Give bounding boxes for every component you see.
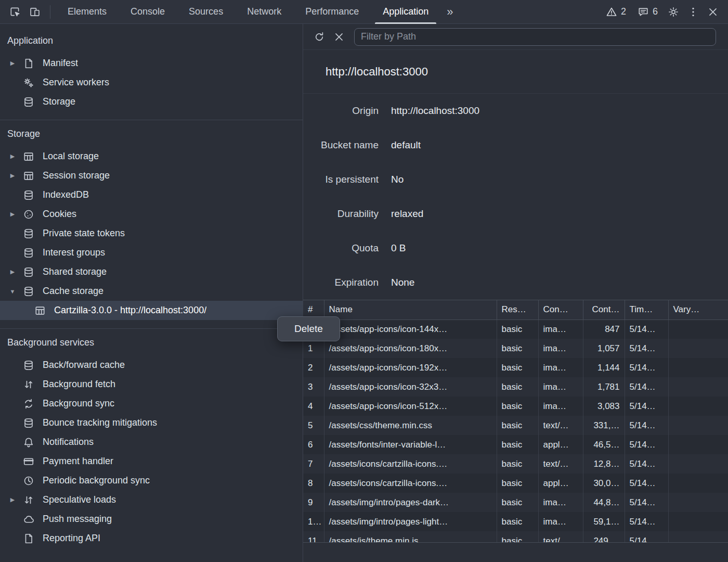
cache-entry-row[interactable]: 4/assets/app-icons/icon-512x…basicima…3,… — [303, 397, 728, 416]
close-icon — [707, 6, 719, 18]
cell-res: basic — [497, 531, 538, 542]
cell-size: 44,8… — [583, 493, 625, 512]
sidebar-item-periodic-background-sync[interactable]: Periodic background sync — [0, 471, 303, 490]
sidebar-item-interest-groups[interactable]: Interest groups — [0, 243, 303, 262]
application-sidebar: Application▶ManifestService workersStora… — [0, 24, 303, 562]
sidebar-item-back-forward-cache[interactable]: Back/forward cache — [0, 355, 303, 375]
cell-time: 5/14… — [625, 512, 668, 531]
inspect-element-button[interactable] — [5, 2, 25, 22]
cell-num: 5 — [303, 416, 324, 435]
sidebar-item-bounce-tracking-mitigations[interactable]: Bounce tracking mitigations — [0, 413, 303, 432]
cell-con: text/… — [538, 416, 583, 435]
metadata-row-bucket-name: Bucket namedefault — [303, 128, 728, 162]
sidebar-item-local-storage[interactable]: ▶Local storage — [0, 147, 303, 166]
warnings-badge[interactable]: 2 — [600, 6, 632, 18]
metadata-label: Quota — [303, 242, 379, 254]
filter-by-path-input[interactable] — [354, 28, 716, 46]
sidebar-section-application: Application▶ManifestService workersStora… — [0, 27, 303, 120]
expander-closed-icon[interactable]: ▶ — [6, 496, 19, 503]
tab-elements[interactable]: Elements — [56, 0, 119, 24]
cell-con: appl… — [538, 474, 583, 493]
sidebar-item-private-state-tokens[interactable]: Private state tokens — [0, 224, 303, 243]
cache-entry-row[interactable]: 6/assets/fonts/inter-variable-l…basicapp… — [303, 435, 728, 454]
delete-selected-button[interactable] — [329, 27, 349, 47]
section-title: Background services — [0, 331, 303, 355]
expander-open-icon[interactable]: ▼ — [6, 288, 19, 295]
device-toolbar-button[interactable] — [25, 2, 45, 22]
cell-time: 5/14… — [625, 320, 668, 339]
sidebar-item-service-workers[interactable]: Service workers — [0, 73, 303, 92]
sidebar-item-background-sync[interactable]: Background sync — [0, 394, 303, 413]
tab-console[interactable]: Console — [119, 0, 177, 24]
cache-entry-row[interactable]: 8/assets/icons/cartzilla-icons.…basicapp… — [303, 474, 728, 493]
column-header-vary[interactable]: Vary… — [668, 300, 728, 320]
expander-closed-icon[interactable]: ▶ — [6, 172, 19, 179]
sidebar-item-shared-storage[interactable]: ▶Shared storage — [0, 262, 303, 282]
metadata-value: http://localhost:3000 — [391, 105, 479, 117]
cache-entry-row[interactable]: 11/assets/js/theme.min.jsbasictext/…249,… — [303, 531, 728, 542]
sidebar-item-cookies[interactable]: ▶Cookies — [0, 205, 303, 224]
cache-entries-table[interactable]: #NameRes…Con…Cont…Tim…Vary… 0/assets/app… — [303, 300, 728, 542]
sidebar-item-storage[interactable]: Storage — [0, 92, 303, 111]
sidebar-item-session-storage[interactable]: ▶Session storage — [0, 166, 303, 185]
cell-num: 9 — [303, 493, 324, 512]
cache-entry-row[interactable]: 1…/assets/img/intro/pages-light…basicima… — [303, 512, 728, 531]
cell-name: /assets/img/intro/pages-dark… — [324, 493, 497, 512]
sidebar-section-background-services: Background servicesBack/forward cacheBac… — [0, 328, 303, 556]
cache-entry-row[interactable]: 7/assets/icons/cartzilla-icons.…basictex… — [303, 454, 728, 474]
cell-size: 3,083 — [583, 397, 625, 416]
sidebar-item-reporting-api[interactable]: Reporting API — [0, 529, 303, 548]
sidebar-item-indexeddb[interactable]: IndexedDB — [0, 185, 303, 205]
more-tabs-button[interactable]: » — [440, 5, 459, 19]
cache-entry-row[interactable]: 1/assets/app-icons/icon-180x…basicima…1,… — [303, 339, 728, 358]
sidebar-item-manifest[interactable]: ▶Manifest — [0, 54, 303, 73]
main-menu-button[interactable] — [683, 2, 703, 22]
cell-size: 1,057 — [583, 339, 625, 358]
settings-button[interactable] — [664, 2, 683, 22]
delete-menu-item[interactable]: Delete — [280, 320, 337, 338]
cell-time: 5/14… — [625, 416, 668, 435]
cell-time: 5/14… — [625, 397, 668, 416]
cell-name: /assets/app-icons/icon-144x… — [324, 320, 497, 339]
cache-entry-row[interactable]: 9/assets/img/intro/pages-dark…basicima…4… — [303, 493, 728, 512]
issues-badge[interactable]: 6 — [632, 6, 664, 18]
cache-entry-row[interactable]: 5/assets/css/theme.min.cssbasictext/…331… — [303, 416, 728, 435]
cache-entry-row[interactable]: 3/assets/app-icons/icon-32x3…basicima…1,… — [303, 377, 728, 397]
cache-entry-row[interactable]: 0/assets/app-icons/icon-144x…basicima…84… — [303, 320, 728, 339]
cell-con: ima… — [538, 339, 583, 358]
tab-network[interactable]: Network — [235, 0, 293, 24]
close-devtools-button[interactable] — [703, 2, 723, 22]
cell-num: 1… — [303, 512, 324, 531]
sidebar-item-payment-handler[interactable]: Payment handler — [0, 452, 303, 471]
sidebar-item-speculative-loads[interactable]: ▶Speculative loads — [0, 490, 303, 509]
metadata-value: No — [391, 174, 404, 185]
cell-name: /assets/app-icons/icon-180x… — [324, 339, 497, 358]
clock-icon — [22, 475, 35, 487]
refresh-button[interactable] — [309, 27, 329, 47]
tab-sources[interactable]: Sources — [177, 0, 235, 24]
sidebar-item-label: Back/forward cache — [43, 360, 125, 371]
column-header-size[interactable]: Cont… — [583, 300, 625, 320]
cell-vary — [668, 416, 728, 435]
column-header-con[interactable]: Con… — [538, 300, 583, 320]
expander-closed-icon[interactable]: ▶ — [6, 211, 19, 218]
expander-closed-icon[interactable]: ▶ — [6, 269, 19, 275]
sidebar-item-push-messaging[interactable]: Push messaging — [0, 509, 303, 529]
sidebar-item-background-fetch[interactable]: Background fetch — [0, 375, 303, 394]
column-header-name[interactable]: Name — [324, 300, 497, 320]
sidebar-item-cartzilla-3-0-0-http-localhost-3000[interactable]: Cartzilla-3.0.0 - http://localhost:3000/ — [0, 301, 303, 320]
db-icon — [22, 360, 35, 371]
cell-num: 1 — [303, 339, 324, 358]
cache-entry-row[interactable]: 2/assets/app-icons/icon-192x…basicima…1,… — [303, 358, 728, 377]
column-header-time[interactable]: Tim… — [625, 300, 668, 320]
cell-time: 5/14… — [625, 358, 668, 377]
column-header-res[interactable]: Res… — [497, 300, 538, 320]
tab-application[interactable]: Application — [371, 0, 440, 24]
sidebar-item-cache-storage[interactable]: ▼Cache storage — [0, 282, 303, 301]
expander-closed-icon[interactable]: ▶ — [6, 60, 19, 67]
cell-vary — [668, 320, 728, 339]
sidebar-item-notifications[interactable]: Notifications — [0, 432, 303, 452]
expander-closed-icon[interactable]: ▶ — [6, 153, 19, 160]
tab-performance[interactable]: Performance — [293, 0, 371, 24]
context-menu: Delete — [277, 316, 340, 341]
